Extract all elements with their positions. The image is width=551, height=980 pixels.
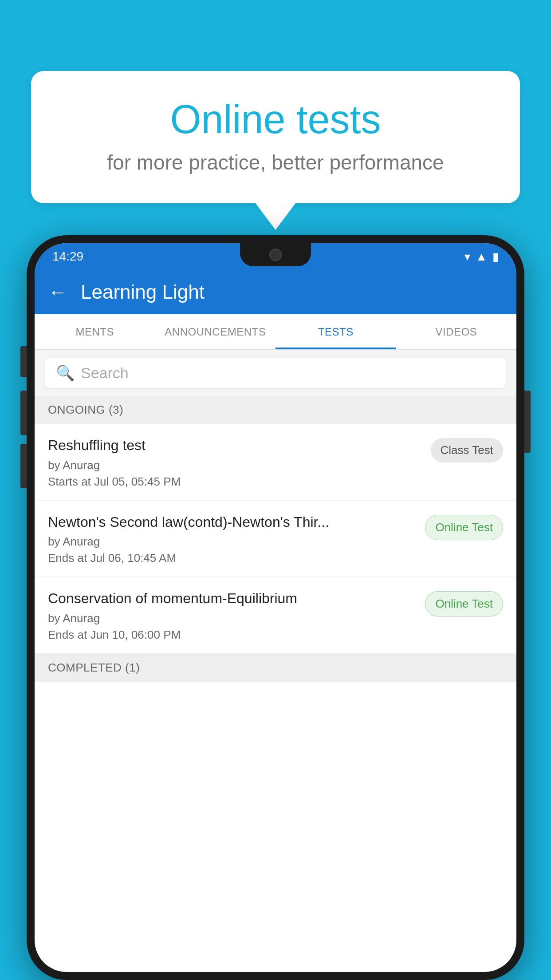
test-badge-class: Class Test bbox=[431, 438, 503, 462]
tab-videos[interactable]: VIDEOS bbox=[396, 314, 517, 349]
test-item[interactable]: Conservation of momentum-Equilibrium by … bbox=[35, 577, 516, 654]
status-icons: ▾ ▲ ▮ bbox=[464, 250, 499, 264]
speech-bubble-arrow bbox=[256, 203, 295, 230]
speech-bubble-container: Online tests for more practice, better p… bbox=[31, 71, 520, 230]
phone-wrapper: 14:29 ▾ ▲ ▮ ← Learning Light MENTS ANNOU… bbox=[27, 235, 524, 980]
bubble-title: Online tests bbox=[67, 98, 484, 142]
completed-section-header: COMPLETED (1) bbox=[35, 654, 516, 682]
phone-notch bbox=[240, 243, 311, 266]
phone-frame: 14:29 ▾ ▲ ▮ ← Learning Light MENTS ANNOU… bbox=[27, 235, 524, 980]
test-item[interactable]: Reshuffling test by Anurag Starts at Jul… bbox=[35, 424, 516, 501]
test-item-name: Reshuffling test bbox=[48, 436, 422, 455]
test-list: Reshuffling test by Anurag Starts at Jul… bbox=[35, 424, 516, 654]
test-item-date: Ends at Jun 10, 06:00 PM bbox=[48, 628, 416, 642]
tab-ments[interactable]: MENTS bbox=[35, 314, 155, 349]
test-item-author: by Anurag bbox=[48, 535, 416, 549]
test-badge-online: Online Test bbox=[425, 515, 503, 540]
bubble-subtitle: for more practice, better performance bbox=[67, 150, 484, 174]
signal-icon: ▲ bbox=[476, 250, 487, 264]
test-item-left: Reshuffling test by Anurag Starts at Jul… bbox=[48, 436, 431, 489]
phone-btn-vol-up bbox=[20, 391, 27, 435]
ongoing-section-header: ONGOING (3) bbox=[35, 396, 516, 424]
test-item-name: Newton's Second law(contd)-Newton's Thir… bbox=[48, 513, 416, 532]
phone-btn-vol-down bbox=[20, 444, 27, 488]
tabs-bar: MENTS ANNOUNCEMENTS TESTS VIDEOS bbox=[35, 314, 516, 350]
test-item-date: Starts at Jul 05, 05:45 PM bbox=[48, 475, 422, 489]
speech-bubble: Online tests for more practice, better p… bbox=[31, 71, 520, 203]
back-button[interactable]: ← bbox=[48, 281, 67, 303]
test-item-date: Ends at Jul 06, 10:45 AM bbox=[48, 551, 416, 565]
tab-tests[interactable]: TESTS bbox=[276, 314, 396, 349]
app-bar: ← Learning Light bbox=[35, 270, 516, 314]
search-input[interactable]: Search bbox=[81, 364, 129, 382]
search-container: 🔍 Search bbox=[35, 350, 516, 396]
battery-icon: ▮ bbox=[492, 250, 499, 264]
search-icon: 🔍 bbox=[56, 364, 75, 382]
phone-btn-power bbox=[20, 346, 27, 377]
phone-camera bbox=[269, 249, 282, 261]
tab-announcements[interactable]: ANNOUNCEMENTS bbox=[155, 314, 276, 349]
status-time: 14:29 bbox=[52, 249, 83, 264]
app-bar-title: Learning Light bbox=[81, 281, 205, 303]
test-item-left: Newton's Second law(contd)-Newton's Thir… bbox=[48, 513, 425, 565]
test-badge-online-2: Online Test bbox=[425, 591, 503, 616]
phone-screen: 14:29 ▾ ▲ ▮ ← Learning Light MENTS ANNOU… bbox=[35, 243, 516, 972]
wifi-icon: ▾ bbox=[464, 250, 470, 264]
test-item-author: by Anurag bbox=[48, 612, 416, 625]
test-item-author: by Anurag bbox=[48, 458, 422, 472]
phone-btn-right bbox=[524, 391, 531, 453]
test-item-name: Conservation of momentum-Equilibrium bbox=[48, 589, 416, 608]
search-input-wrap[interactable]: 🔍 Search bbox=[45, 358, 506, 388]
test-item[interactable]: Newton's Second law(contd)-Newton's Thir… bbox=[35, 501, 516, 577]
test-item-left: Conservation of momentum-Equilibrium by … bbox=[48, 589, 425, 642]
